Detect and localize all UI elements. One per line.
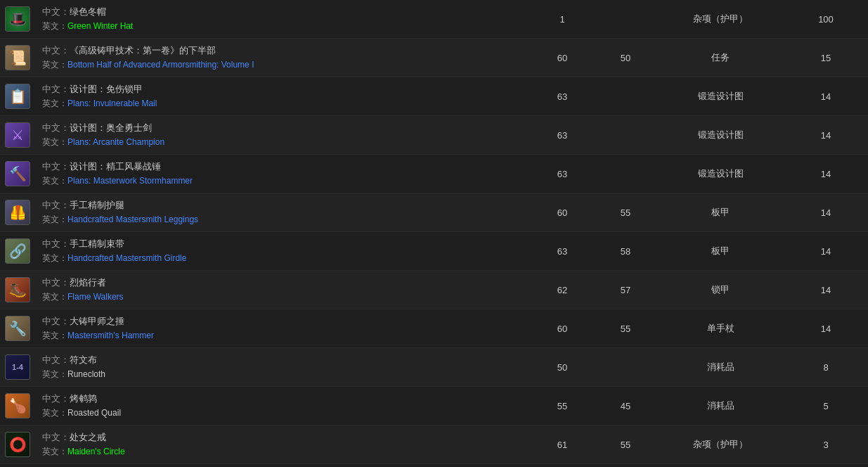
table-row[interactable]: 🔨 中文：设计图：精工风暴战锤 英文：Plans: Masterwork Sto…	[0, 155, 868, 193]
table-row[interactable]: 🍗 中文：烤鹌鹑 英文：Roasted Quail 55 45 消耗品 5	[0, 387, 868, 426]
en-label: 英文：	[42, 21, 67, 31]
item-icon-cell: ⭕	[0, 429, 35, 460]
item-level: 1	[531, 14, 594, 25]
item-score: 100	[784, 14, 868, 25]
en-value: Green Winter Hat	[67, 21, 133, 31]
item-icon-cell: 📜	[0, 42, 35, 73]
table-row[interactable]: 1-4 中文：符文布 英文：Runecloth 50 消耗品 8	[0, 348, 868, 387]
table-row[interactable]: 📜 中文：《高级铸甲技术：第一卷》的下半部 英文：Bottom Half of …	[0, 39, 868, 77]
en-label: 英文：	[42, 331, 67, 340]
en-label: 英文：	[42, 176, 67, 186]
cn-value: 绿色冬帽	[70, 6, 106, 17]
en-value: Handcrafted Mastersmith Girdle	[67, 253, 186, 263]
en-label: 英文：	[42, 447, 67, 456]
item-cn-name: 中文：处女之戒	[42, 431, 524, 444]
item-cn-name: 中文：《高级铸甲技术：第一卷》的下半部	[42, 44, 524, 57]
item-icon-handcrafted-girdle: 🔗	[5, 238, 30, 264]
item-icon-maidens-circle: ⭕	[5, 432, 30, 457]
item-cn-name: 中文：大铸甲师之捶	[42, 315, 524, 328]
item-type: 锻造设计图	[657, 90, 784, 103]
table-row[interactable]: 🔗 中文：手工精制束带 英文：Handcrafted Mastersmith G…	[0, 232, 868, 271]
item-level: 60	[531, 53, 594, 63]
table-row[interactable]: 📋 中文：设计图：免伤锁甲 英文：Plans: Invulnerable Mai…	[0, 77, 868, 116]
cn-label: 中文：	[42, 238, 70, 249]
item-en-name: 英文：Plans: Masterwork Stormhammer	[42, 175, 524, 187]
item-name-cell: 中文：设计图：免伤锁甲 英文：Plans: Invulnerable Mail	[35, 79, 531, 114]
item-req-level: 55	[594, 440, 657, 450]
item-cn-name: 中文：手工精制护腿	[42, 199, 524, 212]
item-icon-cell: 🔗	[0, 236, 35, 267]
en-label: 英文：	[42, 60, 67, 70]
item-req-level: 45	[594, 401, 657, 411]
table-row[interactable]: 🎩 中文：绿色冬帽 英文：Green Winter Hat 1 杂项（护甲） 1…	[0, 0, 868, 39]
en-value: Bottom Half of Advanced Armorsmithing: V…	[67, 60, 254, 70]
item-name-cell: 中文：手工精制护腿 英文：Handcrafted Mastersmith Leg…	[35, 195, 531, 230]
cn-value: 烤鹌鹑	[70, 393, 97, 404]
en-label: 英文：	[42, 253, 67, 263]
item-name-cell: 中文：烤鹌鹑 英文：Roasted Quail	[35, 388, 531, 423]
item-icon-handcrafted-leggings: 🦺	[5, 200, 30, 225]
item-icon-cell: 🦺	[0, 197, 35, 228]
item-icon-plans-masterwork-stormhammer: 🔨	[5, 161, 30, 186]
en-value: Mastersmith's Hammer	[67, 331, 154, 340]
en-value: Plans: Arcanite Champion	[67, 137, 164, 147]
en-label: 英文：	[42, 137, 67, 147]
cn-label: 中文：	[42, 45, 70, 56]
item-en-name: 英文：Runecloth	[42, 369, 524, 380]
cn-value: 手工精制护腿	[70, 200, 124, 210]
item-icon-cell: 🔨	[0, 158, 35, 189]
item-icon-runecloth: 1-4	[5, 354, 30, 380]
item-icon-mastersmith-hammer: 🔧	[5, 316, 30, 341]
table-row[interactable]: 🦺 中文：手工精制护腿 英文：Handcrafted Mastersmith L…	[0, 193, 868, 232]
cn-value: 大铸甲师之捶	[70, 316, 124, 326]
item-icon-cell: ⚔	[0, 120, 35, 151]
item-score: 3	[784, 440, 868, 450]
item-score: 8	[784, 362, 868, 373]
item-name-cell: 中文：绿色冬帽 英文：Green Winter Hat	[35, 1, 531, 37]
item-cn-name: 中文：设计图：奥全勇士剑	[42, 122, 524, 134]
item-en-name: 英文：Handcrafted Mastersmith Girdle	[42, 252, 524, 264]
item-req-level: 55	[594, 207, 657, 218]
item-cn-name: 中文：烈焰行者	[42, 276, 524, 289]
item-score: 14	[784, 130, 868, 141]
item-level: 63	[531, 130, 594, 141]
item-en-name: 英文：Plans: Arcanite Champion	[42, 136, 524, 148]
item-cn-name: 中文：烤鹌鹑	[42, 392, 524, 405]
item-name-cell: 中文：设计图：奥全勇士剑 英文：Plans: Arcanite Champion	[35, 117, 531, 153]
table-row[interactable]: 🔧 中文：大铸甲师之捶 英文：Mastersmith's Hammer 60 5…	[0, 309, 868, 348]
table-row[interactable]: ⚔ 中文：设计图：奥全勇士剑 英文：Plans: Arcanite Champi…	[0, 116, 868, 155]
en-value: Flame Walkers	[67, 292, 124, 302]
item-score: 5	[784, 401, 868, 411]
item-icon-plans-invulnerable-mail: 📋	[5, 84, 30, 109]
en-value: Handcrafted Mastersmith Leggings	[67, 215, 198, 224]
item-en-name: 英文：Maiden's Circle	[42, 446, 524, 458]
item-type: 任务	[657, 51, 784, 64]
item-icon-cell: 📋	[0, 81, 35, 112]
item-req-level: 50	[594, 53, 657, 63]
item-type: 杂项（护甲）	[657, 13, 784, 25]
cn-label: 中文：	[42, 432, 70, 442]
table-row[interactable]: 🥾 中文：烈焰行者 英文：Flame Walkers 62 57 锁甲 14	[0, 271, 868, 309]
item-name-cell: 中文：手工精制束带 英文：Handcrafted Mastersmith Gir…	[35, 234, 531, 269]
item-name-cell: 中文：设计图：精工风暴战锤 英文：Plans: Masterwork Storm…	[35, 156, 531, 191]
item-table: 🎩 中文：绿色冬帽 英文：Green Winter Hat 1 杂项（护甲） 1…	[0, 0, 868, 467]
item-en-name: 英文：Roasted Quail	[42, 407, 524, 419]
item-icon-flame-walkers: 🥾	[5, 277, 30, 302]
item-level: 55	[531, 401, 594, 411]
table-row[interactable]: 🧪 中文：晨露酒 英文：Morning Glory Dew 55 45 消耗品 …	[0, 464, 868, 467]
item-cn-name: 中文：手工精制束带	[42, 238, 524, 250]
item-cn-name: 中文：设计图：精工风暴战锤	[42, 160, 524, 173]
en-value: Roasted Quail	[67, 408, 121, 418]
cn-value: 《高级铸甲技术：第一卷》的下半部	[70, 45, 216, 56]
item-level: 63	[531, 246, 594, 257]
table-row[interactable]: ⭕ 中文：处女之戒 英文：Maiden's Circle 61 55 杂项（护甲…	[0, 426, 868, 464]
cn-label: 中文：	[42, 277, 70, 288]
cn-value: 符文布	[70, 354, 97, 365]
item-icon-cell: 🍗	[0, 390, 35, 421]
cn-value: 处女之戒	[70, 432, 106, 442]
cn-value: 手工精制束带	[70, 238, 124, 249]
item-type: 锁甲	[657, 283, 784, 296]
item-icon-roasted-quail: 🍗	[5, 393, 30, 418]
item-level: 50	[531, 362, 594, 373]
item-type: 消耗品	[657, 361, 784, 373]
